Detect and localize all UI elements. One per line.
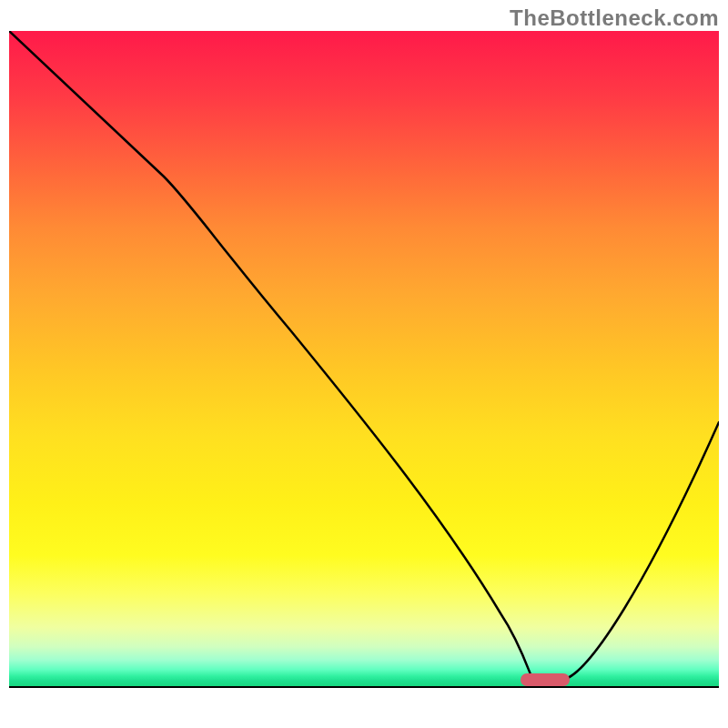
chart-background-gradient <box>9 31 719 686</box>
chart-container <box>9 31 719 719</box>
optimal-marker <box>521 673 571 686</box>
chart-baseline <box>9 686 719 688</box>
watermark-text: TheBottleneck.com <box>510 5 719 31</box>
